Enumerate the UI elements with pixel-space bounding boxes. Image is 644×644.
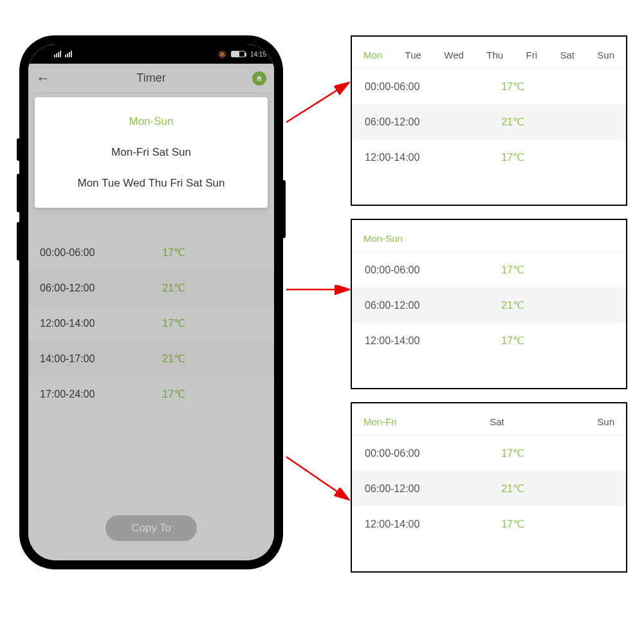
schedule-time: 06:00-12:00 [40, 282, 162, 294]
arrow-icon [283, 77, 354, 129]
phone-notch [87, 44, 216, 64]
day-tab-fri[interactable]: Fri [526, 50, 537, 60]
arrow-icon [283, 270, 354, 309]
panel-temp: 17℃ [501, 335, 524, 347]
status-signal [54, 51, 72, 57]
panel-temp: 21℃ [501, 483, 524, 495]
day-tabs: Mon-Fri Sat Sun [352, 403, 626, 436]
popup-option-monfri-sat-sun[interactable]: Mon-Fri Sat Sun [35, 137, 268, 168]
phone-volume-up [17, 174, 19, 212]
day-tab-mon-fri[interactable]: Mon-Fri [363, 416, 397, 427]
page-title: Timer [136, 71, 165, 85]
schedule-temp: 17℃ [162, 317, 185, 329]
panel-temp: 17℃ [501, 264, 524, 276]
popup-option-all-days[interactable]: Mon Tue Wed Thu Fri Sat Sun [35, 168, 268, 199]
schedule-row[interactable]: 06:00-12:00 21℃ [28, 270, 274, 306]
schedule-time: 17:00-24:00 [40, 389, 162, 400]
panel-time: 12:00-14:00 [365, 335, 501, 347]
panel-time: 06:00-12:00 [365, 300, 501, 311]
panel-time: 00:00-06:00 [365, 81, 501, 93]
panel-temp: 21℃ [501, 116, 524, 128]
panel-time: 06:00-12:00 [365, 483, 501, 495]
day-tab-sat[interactable]: Sat [560, 50, 575, 60]
back-icon[interactable]: ← [36, 70, 50, 87]
panel-row[interactable]: 00:00-06:00 17℃ [352, 69, 626, 104]
callout-panel-mon-sun: Mon-Sun 00:00-06:00 17℃ 06:00-12:00 21℃ … [351, 219, 627, 389]
panel-row[interactable]: 06:00-12:00 21℃ [352, 471, 626, 506]
schedule-temp: 21℃ [162, 282, 185, 294]
panel-time: 00:00-06:00 [365, 264, 501, 276]
phone-volume-down [17, 222, 19, 261]
day-tab-sat[interactable]: Sat [490, 416, 504, 427]
schedule-temp: 21℃ [162, 353, 185, 365]
panel-row[interactable]: 12:00-14:00 17℃ [352, 140, 626, 175]
panel-time: 12:00-14:00 [365, 519, 501, 530]
panel-row[interactable]: 00:00-06:00 17℃ [352, 252, 626, 288]
schedule-row[interactable]: 00:00-06:00 17℃ [28, 235, 274, 270]
panel-row[interactable]: 06:00-12:00 21℃ [352, 104, 626, 140]
panel-row[interactable]: 06:00-12:00 21℃ [352, 288, 626, 323]
panel-time: 06:00-12:00 [365, 116, 501, 128]
panel-temp: 21℃ [501, 299, 524, 311]
panel-temp: 17℃ [501, 80, 524, 93]
svg-line-2 [286, 457, 347, 499]
schedule-time: 12:00-14:00 [40, 318, 162, 329]
schedule-list: 00:00-06:00 17℃ 06:00-12:00 21℃ 12:00-14… [28, 235, 274, 412]
signal-bars-icon [54, 51, 61, 57]
house-icon [255, 75, 263, 82]
day-tabs: Mon Tue Wed Thu Fri Sat Sun [352, 37, 626, 69]
schedule-row[interactable]: 17:00-24:00 17℃ [28, 376, 274, 412]
signal-bars-icon [65, 51, 72, 57]
svg-line-0 [286, 84, 347, 122]
day-tab-thu[interactable]: Thu [486, 50, 503, 60]
panel-row[interactable]: 00:00-06:00 17℃ [352, 436, 626, 471]
panel-time: 12:00-14:00 [365, 152, 501, 163]
panel-time: 00:00-06:00 [365, 448, 501, 459]
schedule-time: 00:00-06:00 [40, 247, 162, 259]
day-tab-mon-sun[interactable]: Mon-Sun [363, 233, 403, 244]
panel-temp: 17℃ [501, 151, 524, 163]
day-tabs: Mon-Sun [352, 220, 626, 252]
schedule-temp: 17℃ [162, 388, 185, 400]
battery-icon [231, 51, 245, 57]
schedule-row[interactable]: 12:00-14:00 17℃ [28, 306, 274, 341]
panel-temp: 17℃ [501, 447, 524, 459]
home-icon[interactable] [252, 71, 266, 86]
status-time: 14:15 [250, 51, 266, 58]
day-tab-sun[interactable]: Sun [597, 50, 614, 60]
arrow-icon [283, 450, 354, 508]
phone-power-button [283, 180, 286, 238]
day-tab-sun[interactable]: Sun [597, 416, 614, 427]
phone-mockup: 🔕 14:15 ← Timer 00:00-06:00 [19, 35, 283, 569]
panel-row[interactable]: 12:00-14:00 17℃ [352, 506, 626, 542]
mute-icon: 🔕 [218, 51, 226, 58]
schedule-row[interactable]: 14:00-17:00 21℃ [28, 341, 274, 376]
phone-mute-switch [17, 138, 19, 161]
callout-panel-all-days: Mon Tue Wed Thu Fri Sat Sun 00:00-06:00 … [351, 35, 627, 206]
panel-temp: 17℃ [501, 518, 524, 530]
day-tab-mon[interactable]: Mon [363, 50, 382, 60]
popup-option-mon-sun[interactable]: Mon-Sun [35, 106, 268, 137]
schedule-time: 14:00-17:00 [40, 353, 162, 365]
day-mode-popup: Mon-Sun Mon-Fri Sat Sun Mon Tue Wed Thu … [35, 97, 268, 208]
app-header: ← Timer [28, 64, 274, 93]
callout-panel-monfri-sat-sun: Mon-Fri Sat Sun 00:00-06:00 17℃ 06:00-12… [351, 402, 627, 573]
copy-to-button[interactable]: Copy To [106, 515, 197, 541]
schedule-temp: 17℃ [162, 246, 185, 259]
day-tab-tue[interactable]: Tue [405, 50, 421, 60]
panel-row[interactable]: 12:00-14:00 17℃ [352, 323, 626, 358]
day-tab-wed[interactable]: Wed [444, 50, 464, 60]
